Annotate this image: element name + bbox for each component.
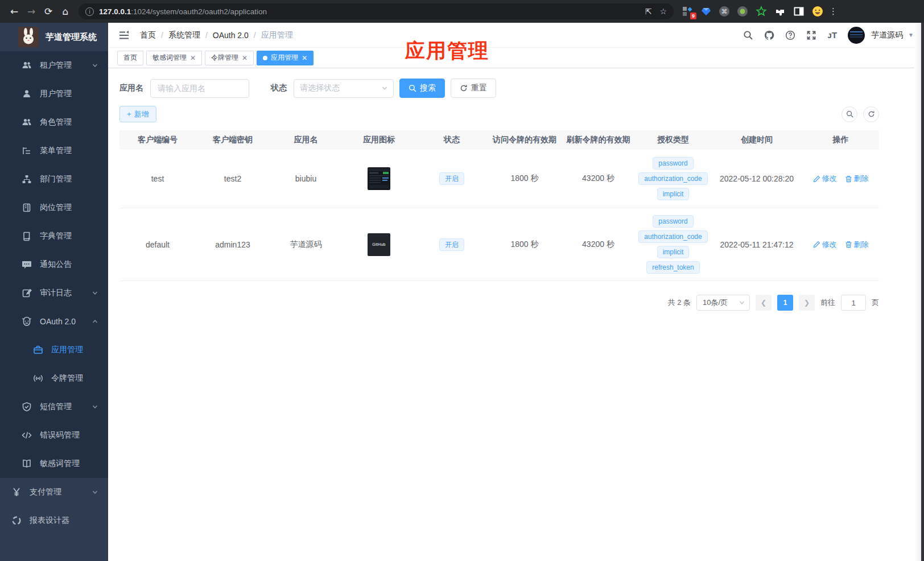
sidebar-item-oauth2[interactable]: OAuth 2.0 [0,307,108,336]
share-icon[interactable]: ⇱ [645,7,652,16]
close-icon[interactable]: ✕ [190,54,196,62]
id-badge-icon [22,203,32,213]
username[interactable]: 芋道源码 [871,30,903,40]
prev-page-button[interactable]: ❮ [756,295,772,311]
address-bar[interactable]: i 127.0.0.1:1024/system/oauth2/oauth2/ap… [79,3,674,19]
sidebar-item-sms[interactable]: 短信管理 [0,393,108,421]
sidebar-item-oauth2-token[interactable]: 令牌管理 [0,364,108,393]
goto-page-input[interactable] [841,295,866,311]
info-icon[interactable]: i [85,7,94,16]
magnifier-icon [409,84,416,92]
url-text[interactable]: 127.0.0.1:1024/system/oauth2/oauth2/appl… [99,7,637,16]
plus-icon: + [127,110,131,118]
tab-application[interactable]: 应用管理 ✕ [257,51,314,65]
reload-icon[interactable]: ⟳ [40,6,57,17]
scrollbar-gutter[interactable] [914,23,921,561]
chevron-down-icon [739,300,745,306]
sidebar-item-tenant[interactable]: 租户管理 [0,51,108,80]
sidebar-item-role[interactable]: 角色管理 [0,108,108,137]
tab-home[interactable]: 首页 [117,51,143,65]
sidebar-item-pay[interactable]: 支付管理 [0,478,108,506]
sidebar-item-label: 角色管理 [40,117,72,127]
extension-command-icon[interactable]: ⌘ [719,6,729,16]
fullscreen-icon[interactable] [806,30,816,40]
main-panel: 首页 / 系统管理 / OAuth 2.0 / 应用管理 ᴊT 芋道源码 ▼ [108,23,924,561]
back-icon[interactable]: ← [6,6,23,17]
refresh-table-button[interactable] [863,106,879,122]
toggle-search-button[interactable] [842,106,857,122]
page-size-select[interactable]: 10条/页 [696,295,750,311]
font-size-icon[interactable]: ᴊT [827,30,837,40]
browser-menu-icon[interactable]: ⋮ [829,6,838,16]
chevron-up-icon [92,319,98,324]
status-select[interactable]: 请选择状态 [294,79,394,98]
edit-link[interactable]: 修改 [813,174,837,184]
star-icon[interactable]: ☆ [659,7,667,16]
extension-splitscreen-icon[interactable] [793,6,805,17]
sidebar-item-post[interactable]: 岗位管理 [0,193,108,222]
sidebar-item-label: 应用管理 [51,345,83,355]
add-button[interactable]: + 新增 [119,106,156,122]
cell-app-name: biubiu [270,150,342,208]
delete-link[interactable]: 删除 [845,240,869,250]
delete-link[interactable]: 删除 [845,174,869,184]
table-row: default admin123 芋道源码 GitHub 开启 1800 秒 4… [119,208,879,281]
table-row: test test2 biubiu 开启 1800 秒 43200 秒 pass… [119,150,879,208]
breadcrumb-home[interactable]: 首页 [140,30,156,40]
hamburger-icon[interactable] [118,30,130,41]
edit-link[interactable]: 修改 [813,240,837,250]
grant-tag: authorization_code [638,230,707,243]
breadcrumb-system[interactable]: 系统管理 [168,30,200,40]
extension-star-icon[interactable] [756,6,767,17]
sidebar-item-label: 令牌管理 [51,373,83,383]
search-button[interactable]: 搜索 [399,79,445,98]
tab-sensitive-word[interactable]: 敏感词管理 ✕ [146,51,202,65]
sidebar-item-dict[interactable]: 字典管理 [0,222,108,250]
breadcrumb-current: 应用管理 [261,30,293,40]
window-edge [921,23,924,561]
sidebar-item-menu[interactable]: 菜单管理 [0,137,108,165]
forward-icon[interactable]: → [23,6,40,17]
yen-icon [11,487,22,497]
extension-grid-icon[interactable]: 9 [682,6,693,17]
avatar[interactable] [848,27,865,44]
close-icon[interactable]: ✕ [302,54,307,62]
extension-gem-icon[interactable] [700,6,712,17]
chevron-down-icon [92,489,98,495]
page-number-1[interactable]: 1 [777,295,793,311]
breadcrumb-oauth2[interactable]: OAuth 2.0 [213,31,249,40]
cell-created-time: 2022-05-12 00:28:20 [711,150,802,208]
sidebar-item-audit-log[interactable]: 审计日志 [0,279,108,307]
sidebar-item-dept[interactable]: 部门管理 [0,165,108,193]
next-page-button[interactable]: ❯ [799,295,815,311]
sidebar-item-label: 菜单管理 [40,146,72,156]
sidebar-item-sensitive-word[interactable]: 敏感词管理 [0,449,108,478]
sidebar-item-label: 字典管理 [40,231,72,241]
tab-token[interactable]: 令牌管理 ✕ [205,51,254,65]
app-name-input[interactable] [150,79,249,98]
menu-tree-icon [22,146,32,156]
close-icon[interactable]: ✕ [242,54,248,62]
sidebar-item-report-designer[interactable]: 报表设计器 [0,506,108,535]
home-icon[interactable]: ⌂ [57,6,74,17]
extension-record-icon[interactable] [737,6,748,17]
status-label: 状态 [271,83,287,93]
caret-down-icon[interactable]: ▼ [908,32,914,38]
extension-puzzle-icon[interactable] [774,6,786,17]
reset-button[interactable]: 重置 [451,79,496,98]
sidebar-item-label: 审计日志 [40,288,72,298]
search-icon[interactable] [743,30,753,40]
cell-access-ttl: 1800 秒 [488,208,562,280]
help-icon[interactable] [785,30,795,40]
cell-grant-types: password authorization_code implicit [635,150,711,208]
dictionary-icon [22,231,32,241]
github-icon[interactable] [764,30,774,40]
extension-emoji-avatar[interactable] [812,6,823,17]
applications-table: 客户端编号 客户端密钥 应用名 应用图标 状态 访问令牌的有效期 刷新令牌的有效… [119,130,879,281]
sidebar-item-oauth2-application[interactable]: 应用管理 [0,336,108,364]
robot-icon [22,316,32,327]
sidebar-item-user[interactable]: 用户管理 [0,80,108,108]
sidebar-item-notice[interactable]: 通知公告 [0,250,108,279]
sidebar-item-errcode[interactable]: 错误码管理 [0,421,108,449]
code-icon [22,430,32,440]
